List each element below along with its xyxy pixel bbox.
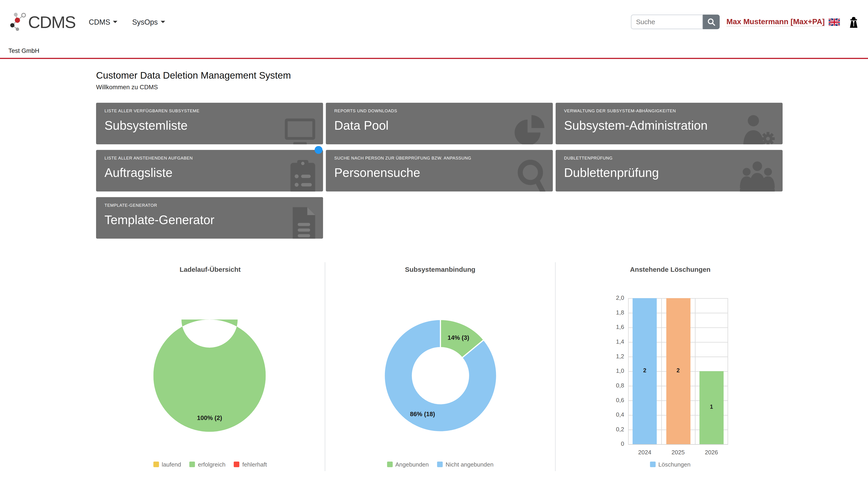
- monitor-icon: [284, 117, 316, 144]
- bar-value-label: 2: [643, 367, 646, 373]
- chart-legend: laufenderfolgreichfehlerhaft: [96, 461, 325, 468]
- y-axis-tick-label: 0,4: [556, 411, 624, 418]
- pie-icon: [514, 113, 546, 144]
- legend-item[interactable]: laufend: [153, 461, 181, 468]
- dashboard-tiles: LISTE ALLER VERFÜGBAREN SUBSYSTEME Subsy…: [96, 103, 782, 238]
- legend-label: Angebunden: [395, 461, 429, 468]
- page-title: Customer Data Deletion Management System: [96, 70, 868, 82]
- logo-text: CDMS: [28, 13, 75, 32]
- tile-auftragsliste-wrap: LISTE ALLER ANSTEHENDEN AUFGABEN Auftrag…: [96, 150, 323, 192]
- logo-wordmark: CDMS: [28, 11, 76, 33]
- user-profile-link[interactable]: Max Mustermann [Max+PA]: [726, 18, 825, 26]
- nav-item-cdms[interactable]: CDMS: [89, 18, 118, 26]
- legend-item[interactable]: Löschungen: [650, 461, 690, 468]
- tile-subsystem-administration[interactable]: VERWALTUNG DER SUBSYSTEM-ABHÄNGIGKEITEN …: [556, 103, 782, 144]
- tile-personensuche[interactable]: SUCHE NACH PERSON ZUR ÜBERPRÜFUNG BZW. A…: [326, 150, 553, 192]
- top-navbar: CDMS CDMS SysOps Max Mustermann [Max+PA]: [0, 0, 868, 44]
- user-gear-icon: [741, 114, 776, 144]
- gridline: [661, 298, 662, 444]
- legend-swatch: [650, 462, 655, 467]
- tile-personensuche-wrap: SUCHE NACH PERSON ZUR ÜBERPRÜFUNG BZW. A…: [326, 150, 553, 192]
- tile-auftragsliste[interactable]: LISTE ALLER ANSTEHENDEN AUFGABEN Auftrag…: [96, 150, 323, 192]
- y-axis-tick-label: 1,2: [556, 353, 624, 359]
- legend-swatch: [153, 462, 159, 467]
- main-nav: CDMS SysOps: [89, 18, 165, 26]
- legend-label: fehlerhaft: [242, 461, 267, 468]
- donut-segment-label: 14% (3): [447, 334, 469, 341]
- magnifier-icon: [515, 159, 546, 191]
- y-axis-tick-label: 0,8: [556, 382, 624, 389]
- impersonation-spy-icon[interactable]: [848, 16, 859, 28]
- bar-2026: 1: [700, 371, 723, 444]
- tile-dublettenpruefung[interactable]: DUBLETTENPRÜFUNG Dublettenprüfung: [556, 150, 782, 192]
- tile-caption: VERWALTUNG DER SUBSYSTEM-ABHÄNGIGKEITEN: [564, 108, 782, 113]
- legend-item[interactable]: Nicht angebunden: [437, 461, 493, 468]
- chart-title: Subsystemanbindung: [325, 266, 555, 273]
- tile-datapool[interactable]: REPORTS UND DOWNLOADS Data Pool: [326, 103, 553, 144]
- y-axis-tick-label: 0: [556, 440, 624, 447]
- chart-ladelauf-uebersicht: Ladelauf-Übersicht 100% (2) laufenderfol…: [0, 262, 325, 471]
- uk-flag-icon[interactable]: [829, 18, 840, 26]
- tile-subsystemliste-wrap: LISTE ALLER VERFÜGBAREN SUBSYSTEME Subsy…: [96, 103, 323, 144]
- legend-swatch: [189, 462, 195, 467]
- chevron-down-icon: [113, 21, 118, 23]
- chart-subsystemanbindung: Subsystemanbindung 14% (3)86% (18) Angeb…: [325, 262, 555, 471]
- legend-label: erfolgreich: [198, 461, 225, 468]
- tile-caption: LISTE ALLER VERFÜGBAREN SUBSYSTEME: [104, 108, 323, 113]
- search-icon: [707, 18, 715, 26]
- search-input[interactable]: [631, 15, 703, 29]
- donut-segment-label: 100% (2): [197, 414, 222, 421]
- tile-subsystem-administration-wrap: VERWALTUNG DER SUBSYSTEM-ABHÄNGIGKEITEN …: [556, 103, 782, 144]
- legend-label: laufend: [162, 461, 181, 468]
- main-content: Customer Data Deletion Management System…: [0, 70, 868, 239]
- bar-value-label: 2: [677, 367, 680, 373]
- legend-swatch: [234, 462, 240, 467]
- dashboard-charts-row: Ladelauf-Übersicht 100% (2) laufenderfol…: [0, 262, 868, 471]
- y-axis-tick-label: 1,0: [556, 367, 624, 374]
- x-axis-tick-label: 2025: [672, 449, 685, 455]
- y-axis-tick-label: 1,6: [556, 324, 624, 330]
- bar-2025: 2: [666, 298, 690, 444]
- y-axis-tick-label: 2,0: [556, 294, 624, 301]
- legend-label: Löschungen: [658, 461, 690, 468]
- gridline: [628, 298, 629, 444]
- nav-item-sysops[interactable]: SysOps: [132, 18, 165, 26]
- tile-dublettenpruefung-wrap: DUBLETTENPRÜFUNG Dublettenprüfung: [556, 150, 782, 192]
- people-icon: [739, 160, 776, 191]
- header-right-group: Max Mustermann [Max+PA]: [631, 15, 859, 29]
- bar-plot-area: 221: [628, 298, 728, 444]
- gridline: [727, 298, 728, 444]
- legend-item[interactable]: erfolgreich: [189, 461, 225, 468]
- chart-anstehende-loeschungen: Anstehende Löschungen 2,01,81,61,41,21,0…: [555, 262, 785, 471]
- tile-template-generator-wrap: TEMPLATE-GENERATOR Template-Generator: [96, 197, 323, 238]
- donut-segment-label: 86% (18): [410, 410, 435, 417]
- chart-title: Anstehende Löschungen: [556, 266, 785, 273]
- page-subtitle: Willkommen zu CDMS: [96, 84, 868, 90]
- y-axis-tick-label: 0,2: [556, 426, 624, 432]
- gridline: [628, 444, 728, 445]
- tile-template-generator[interactable]: TEMPLATE-GENERATOR Template-Generator: [96, 197, 323, 238]
- legend-item[interactable]: Angebunden: [387, 461, 429, 468]
- search-button[interactable]: [703, 15, 720, 29]
- gridline: [695, 298, 695, 444]
- bar-2024: 2: [633, 298, 657, 444]
- y-axis-tick-label: 1,8: [556, 309, 624, 316]
- legend-item[interactable]: fehlerhaft: [234, 461, 267, 468]
- x-axis-tick-label: 2024: [638, 449, 651, 455]
- chart-title: Ladelauf-Übersicht: [96, 266, 325, 273]
- cdms-logo[interactable]: CDMS: [9, 11, 76, 33]
- chart-legend: AngebundenNicht angebunden: [325, 461, 555, 468]
- notification-badge-dot: [315, 146, 322, 154]
- tile-datapool-wrap: REPORTS UND DOWNLOADS Data Pool: [326, 103, 553, 144]
- x-axis-tick-label: 2026: [705, 449, 718, 455]
- bar-value-label: 1: [710, 404, 713, 410]
- tile-subsystemliste[interactable]: LISTE ALLER VERFÜGBAREN SUBSYSTEME Subsy…: [96, 103, 323, 144]
- legend-swatch: [437, 462, 443, 467]
- y-axis-tick-label: 1,4: [556, 338, 624, 345]
- legend-label: Nicht angebunden: [445, 461, 493, 468]
- nav-cdms-label: CDMS: [89, 18, 110, 26]
- nav-sysops-label: SysOps: [132, 18, 158, 26]
- document-icon: [290, 207, 316, 238]
- client-context-bar: Test GmbH: [0, 44, 868, 59]
- chart-legend: Löschungen: [556, 461, 785, 468]
